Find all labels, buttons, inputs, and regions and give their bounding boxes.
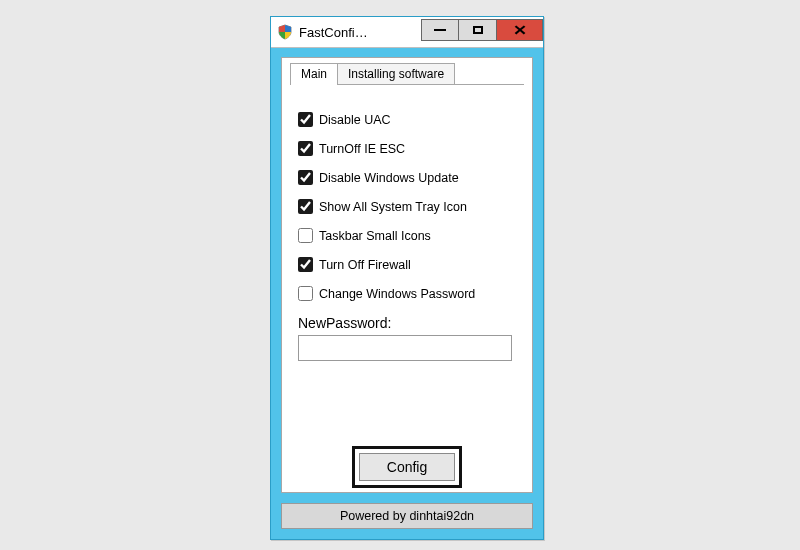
checkbox-turnoff-ie-esc[interactable]: [298, 141, 313, 156]
minimize-button[interactable]: [421, 19, 459, 41]
option-turn-off-firewall: Turn Off Firewall: [298, 257, 516, 272]
checkbox-disable-windows-update[interactable]: [298, 170, 313, 185]
option-disable-windows-update: Disable Windows Update: [298, 170, 516, 185]
option-change-windows-password: Change Windows Password: [298, 286, 516, 301]
new-password-row: NewPassword:: [298, 315, 516, 361]
tab-installing-software[interactable]: Installing software: [337, 63, 455, 84]
tab-strip: Main Installing software: [290, 62, 455, 83]
checkbox-turn-off-firewall[interactable]: [298, 257, 313, 272]
client-area: Main Installing software Disable UAC Tur…: [281, 57, 533, 493]
option-turnoff-ie-esc: TurnOff IE ESC: [298, 141, 516, 156]
minimize-icon: [434, 29, 446, 31]
maximize-icon: [473, 26, 483, 34]
footer-bar: Powered by dinhtai92dn: [281, 503, 533, 529]
options-panel: Disable UAC TurnOff IE ESC Disable Windo…: [298, 104, 516, 361]
app-window: FastConfi… ✕ Main Installing software Di…: [270, 16, 544, 540]
label-disable-windows-update[interactable]: Disable Windows Update: [319, 171, 459, 185]
new-password-label: NewPassword:: [298, 315, 391, 331]
label-disable-uac[interactable]: Disable UAC: [319, 113, 391, 127]
option-show-all-tray: Show All System Tray Icon: [298, 199, 516, 214]
label-change-windows-password[interactable]: Change Windows Password: [319, 287, 475, 301]
checkbox-show-all-tray[interactable]: [298, 199, 313, 214]
close-icon: ✕: [512, 22, 526, 38]
config-button[interactable]: Config: [359, 453, 455, 481]
window-title: FastConfi…: [299, 25, 421, 40]
checkbox-disable-uac[interactable]: [298, 112, 313, 127]
label-taskbar-small-icons[interactable]: Taskbar Small Icons: [319, 229, 431, 243]
checkbox-change-windows-password[interactable]: [298, 286, 313, 301]
label-turn-off-firewall[interactable]: Turn Off Firewall: [319, 258, 411, 272]
option-taskbar-small-icons: Taskbar Small Icons: [298, 228, 516, 243]
config-highlight: Config: [352, 446, 462, 488]
footer-text: Powered by dinhtai92dn: [340, 509, 474, 523]
label-show-all-tray[interactable]: Show All System Tray Icon: [319, 200, 467, 214]
checkbox-taskbar-small-icons[interactable]: [298, 228, 313, 243]
label-turnoff-ie-esc[interactable]: TurnOff IE ESC: [319, 142, 405, 156]
shield-icon: [277, 24, 293, 40]
tab-main[interactable]: Main: [290, 63, 338, 84]
new-password-input[interactable]: [298, 335, 512, 361]
maximize-button[interactable]: [459, 19, 497, 41]
titlebar[interactable]: FastConfi… ✕: [271, 17, 543, 48]
close-button[interactable]: ✕: [497, 19, 543, 41]
option-disable-uac: Disable UAC: [298, 112, 516, 127]
